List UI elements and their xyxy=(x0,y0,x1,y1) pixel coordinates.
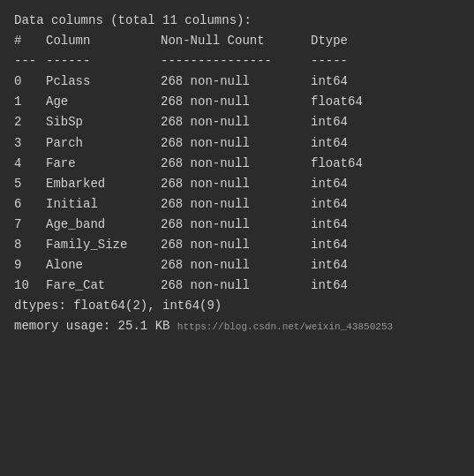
header-hash: # xyxy=(14,31,46,51)
column-header-row: # Column Non-Null Count Dtype xyxy=(14,31,460,51)
dtypes-line: dtypes: float64(2), int64(9) xyxy=(14,296,460,315)
row-column-name: Age_band xyxy=(46,215,161,235)
row-nonnull-count: 268 non-null xyxy=(161,235,311,255)
row-dtype: int64 xyxy=(311,235,348,255)
watermark-text: https://blog.csdn.net/weixin_43850253 xyxy=(177,321,393,332)
title-line: Data columns (total 11 columns): xyxy=(14,11,460,31)
row-dtype: int64 xyxy=(311,276,348,296)
table-row: 2SibSp268 non-nullint64 xyxy=(14,112,460,132)
row-column-name: SibSp xyxy=(46,112,161,132)
row-index: 5 xyxy=(14,174,46,194)
row-nonnull-count: 268 non-null xyxy=(161,92,311,112)
sep-dtype: ----- xyxy=(311,51,348,72)
row-index: 8 xyxy=(14,235,46,255)
memory-text: memory usage: 25.1 KB xyxy=(14,319,169,333)
dtypes-text: dtypes: float64(2), int64(9) xyxy=(14,298,222,313)
row-dtype: float64 xyxy=(311,154,363,174)
row-column-name: Alone xyxy=(46,255,161,276)
row-nonnull-count: 268 non-null xyxy=(161,174,311,194)
row-nonnull-count: 268 non-null xyxy=(161,154,311,174)
table-row: 0Pclass268 non-nullint64 xyxy=(14,72,460,92)
row-column-name: Initial xyxy=(46,194,161,215)
sep-hash: --- xyxy=(14,51,46,72)
row-column-name: Parch xyxy=(46,133,161,154)
row-index: 7 xyxy=(14,215,46,235)
header-nonnull: Non-Null Count xyxy=(161,31,311,51)
row-index: 3 xyxy=(14,133,46,154)
table-row: 3Parch268 non-nullint64 xyxy=(14,133,460,154)
table-row: 7Age_band268 non-nullint64 xyxy=(14,215,460,235)
row-dtype: int64 xyxy=(311,133,348,154)
row-column-name: Age xyxy=(46,92,161,112)
memory-line: memory usage: 25.1 KB https://blog.csdn.… xyxy=(14,316,460,336)
row-nonnull-count: 268 non-null xyxy=(161,194,311,215)
row-index: 10 xyxy=(14,276,46,296)
table-row: 4Fare268 non-nullfloat64 xyxy=(14,154,460,174)
row-column-name: Fare_Cat xyxy=(46,276,161,296)
row-dtype: int64 xyxy=(311,215,348,235)
data-rows: 0Pclass268 non-nullint641Age268 non-null… xyxy=(14,72,460,296)
sep-column: ------ xyxy=(46,51,161,72)
row-dtype: int64 xyxy=(311,112,348,132)
row-dtype: int64 xyxy=(311,194,348,215)
sep-nonnull: --------------- xyxy=(161,51,311,72)
output-container: Data columns (total 11 columns): # Colum… xyxy=(14,11,460,336)
row-dtype: int64 xyxy=(311,174,348,194)
table-row: 5Embarked268 non-nullint64 xyxy=(14,174,460,194)
row-nonnull-count: 268 non-null xyxy=(161,112,311,132)
row-index: 4 xyxy=(14,154,46,174)
row-column-name: Pclass xyxy=(46,72,161,92)
table-row: 8Family_Size268 non-nullint64 xyxy=(14,235,460,255)
row-nonnull-count: 268 non-null xyxy=(161,255,311,276)
header-dtype: Dtype xyxy=(311,31,348,51)
table-row: 6Initial268 non-nullint64 xyxy=(14,194,460,215)
separator-row: --- ------ --------------- ----- xyxy=(14,51,460,72)
row-dtype: int64 xyxy=(311,72,348,92)
row-index: 2 xyxy=(14,112,46,132)
table-row: 10Fare_Cat268 non-nullint64 xyxy=(14,276,460,296)
row-index: 1 xyxy=(14,92,46,112)
header-column: Column xyxy=(46,31,161,51)
row-nonnull-count: 268 non-null xyxy=(161,215,311,235)
row-column-name: Embarked xyxy=(46,174,161,194)
row-index: 9 xyxy=(14,255,46,276)
row-index: 6 xyxy=(14,194,46,215)
row-column-name: Family_Size xyxy=(46,235,161,255)
table-row: 1Age268 non-nullfloat64 xyxy=(14,92,460,112)
row-dtype: float64 xyxy=(311,92,363,112)
title-text: Data columns (total 11 columns): xyxy=(14,11,252,31)
row-index: 0 xyxy=(14,72,46,92)
row-nonnull-count: 268 non-null xyxy=(161,72,311,92)
row-column-name: Fare xyxy=(46,154,161,174)
row-nonnull-count: 268 non-null xyxy=(161,276,311,296)
row-nonnull-count: 268 non-null xyxy=(161,133,311,154)
row-dtype: int64 xyxy=(311,255,348,276)
table-row: 9Alone268 non-nullint64 xyxy=(14,255,460,276)
